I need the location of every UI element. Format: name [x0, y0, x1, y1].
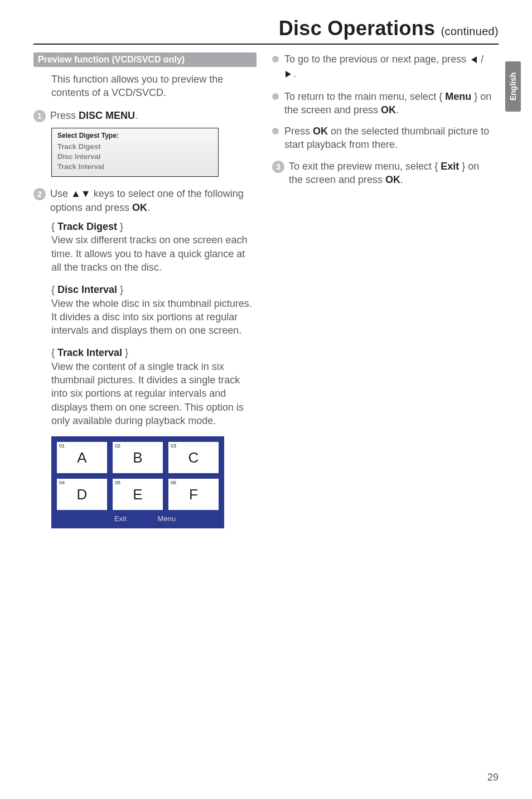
step-2-ok: OK: [132, 202, 147, 213]
step-1-number: 1: [33, 110, 46, 122]
bullet-prev-next-text: To go to the previous or next page, pres…: [284, 52, 495, 82]
thumbnail-06-num: 06: [171, 480, 176, 485]
thumbnail-01: 01A: [57, 442, 107, 473]
option-track-interval: { Track Interval } View the content of a…: [51, 346, 257, 427]
up-down-arrows-icon: ▲▼: [71, 188, 91, 199]
thumbnail-04-letter: D: [77, 486, 88, 503]
thumbnail-footer: Exit Menu: [57, 510, 219, 528]
language-tab: English: [505, 61, 521, 112]
thumbnail-04: 04D: [57, 479, 107, 510]
skip-prev-icon: [469, 54, 478, 67]
bullet-return-menu-text: To return to the main menu, select { Men…: [284, 90, 495, 117]
step-2-number: 2: [33, 188, 46, 200]
bullet-prev-next-text-a: To go to the previous or next page, pres…: [284, 54, 469, 65]
digest-item-2: Track Interval: [57, 162, 212, 172]
thumbnail-06: 06F: [168, 479, 219, 510]
skip-next-icon: [284, 68, 293, 81]
bullet-press-ok-a: Press: [284, 126, 313, 137]
bullet-prev-next-sep: /: [478, 54, 483, 65]
step-3-brace-close: }: [459, 161, 465, 172]
bullet-return-menu: To return to the main menu, select { Men…: [272, 90, 495, 117]
option-track-digest-title: Track Digest: [57, 221, 117, 232]
step-3-ok: OK: [385, 174, 400, 185]
thumbnail-02-letter: B: [133, 449, 142, 466]
bullet-dot-icon: [272, 128, 279, 134]
digest-item-0: Track Digest: [57, 142, 212, 152]
bullet-return-menu-menu: Menu: [445, 91, 471, 102]
step-3-number: 3: [272, 161, 284, 173]
bullet-dot-icon: [272, 93, 279, 100]
step-1: 1 Press DISC MENU.: [33, 109, 257, 122]
thumbnail-05-letter: E: [133, 486, 142, 503]
preview-function-header: Preview function (VCD/SVCD only): [33, 52, 257, 67]
digest-type-box: Select Digest Type: Track Digest Disc In…: [51, 128, 219, 177]
thumbnail-03-num: 03: [171, 443, 176, 449]
thumbnail-04-num: 04: [59, 480, 65, 485]
step-2: 2 Use ▲▼ keys to select one of the follo…: [33, 187, 257, 214]
option-disc-interval-body: View the whole disc in six thumbnail pic…: [51, 298, 252, 336]
bullet-prev-next-end: .: [293, 68, 296, 79]
section-heading-main: Disc Operations: [279, 17, 441, 40]
bullet-press-ok-ok: OK: [313, 126, 328, 137]
thumbnail-preview-figure: 01A 02B 03C 04D 05E 06F Exit Menu: [51, 436, 224, 528]
bullet-return-menu-a: To return to the main menu, select: [284, 91, 439, 102]
thumbnail-grid: 01A 02B 03C 04D 05E 06F: [57, 442, 219, 510]
digest-item-1: Disc Interval: [57, 152, 212, 162]
thumbnail-03-letter: C: [188, 449, 199, 466]
step-3-a: To exit the preview menu, select: [289, 161, 434, 172]
right-column: To go to the previous or next page, pres…: [272, 52, 495, 528]
option-track-interval-body: View the content of a single track in si…: [51, 361, 244, 426]
step-1-text: Press DISC MENU.: [50, 109, 138, 122]
option-track-interval-title: Track Interval: [57, 347, 122, 358]
left-column: Preview function (VCD/SVCD only) This fu…: [33, 52, 257, 528]
step-3: 3 To exit the preview menu, select { Exi…: [272, 160, 495, 187]
step-1-suffix: .: [135, 110, 138, 121]
step-2-text: Use ▲▼ keys to select one of the followi…: [50, 187, 257, 214]
bullet-dot-icon: [272, 56, 279, 62]
bullet-return-menu-ok: OK: [381, 104, 396, 115]
intro-paragraph: This function allows you to preview the …: [51, 73, 257, 100]
step-3-exit: Exit: [441, 161, 459, 172]
thumbnail-footer-exit: Exit: [114, 514, 127, 523]
option-track-digest-body: View six different tracks on one screen …: [51, 234, 248, 273]
bullet-press-ok-text: Press OK on the selected thumbnail pictu…: [284, 124, 495, 152]
thumbnail-05-num: 05: [115, 480, 120, 485]
section-heading: Disc Operations (continued): [33, 17, 499, 40]
section-heading-wrap: Disc Operations (continued): [33, 17, 499, 45]
option-disc-interval: { Disc Interval } View the whole disc in…: [51, 283, 257, 337]
thumbnail-02-num: 02: [115, 443, 120, 449]
page-number: 29: [487, 772, 499, 783]
language-tab-label: English: [509, 73, 518, 101]
thumbnail-02: 02B: [113, 442, 163, 473]
thumbnail-01-letter: A: [77, 449, 86, 466]
step-3-end: .: [400, 174, 403, 185]
section-heading-suffix: (continued): [441, 25, 499, 37]
step-3-text: To exit the preview menu, select { Exit …: [289, 160, 495, 187]
bullet-prev-next: To go to the previous or next page, pres…: [272, 52, 495, 82]
option-track-digest: { Track Digest } View six different trac…: [51, 220, 257, 274]
step-3-brace-open: {: [434, 161, 441, 172]
thumbnail-05: 05E: [113, 479, 163, 510]
step-2-suffix: .: [147, 202, 150, 213]
brace-open: {: [439, 91, 445, 102]
bullet-return-menu-end: .: [396, 104, 399, 115]
step-2-text-a: Use: [50, 188, 71, 199]
thumbnail-footer-menu: Menu: [158, 514, 176, 523]
step-1-prefix: Press: [50, 110, 79, 121]
step-1-disc-menu: DISC MENU: [79, 110, 135, 121]
thumbnail-01-num: 01: [59, 443, 65, 449]
bullet-press-ok-thumbnail: Press OK on the selected thumbnail pictu…: [272, 124, 495, 152]
thumbnail-03: 03C: [168, 442, 219, 473]
brace-close: }: [471, 91, 477, 102]
thumbnail-06-letter: F: [189, 486, 198, 503]
digest-box-label: Select Digest Type:: [57, 132, 212, 139]
option-disc-interval-title: Disc Interval: [57, 284, 117, 295]
